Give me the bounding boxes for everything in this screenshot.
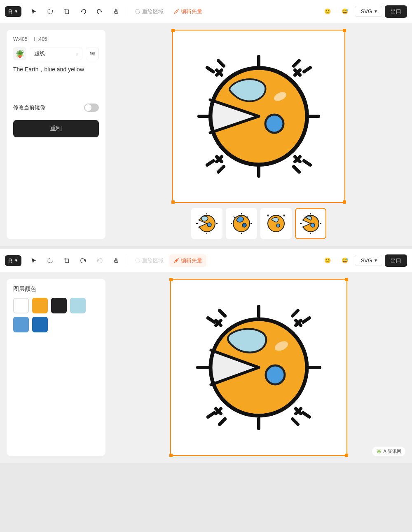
svg-label: .SVG	[359, 8, 372, 14]
prompt-display: The Earth，blue and yellow	[13, 65, 99, 74]
handle-br[interactable]	[343, 200, 346, 204]
dimensions-row: W:405 H:405	[13, 36, 99, 42]
undo-button[interactable]	[76, 6, 91, 17]
handle-bl[interactable]	[171, 200, 175, 204]
lower-handle-tr[interactable]	[345, 278, 348, 281]
logo-button-2[interactable]: R ▼	[5, 255, 21, 266]
logo-icon: R	[8, 8, 12, 15]
edit-vec-button[interactable]: 编辑矢量	[169, 5, 206, 18]
logo-button[interactable]: R ▼	[5, 6, 21, 17]
properties-sidebar: W:405 H:405 🪴 虚线 ›	[7, 30, 105, 239]
svg-line-88	[303, 413, 309, 417]
color-sidebar: 图层颜色	[7, 279, 105, 456]
lower-handle-br[interactable]	[345, 454, 348, 457]
lasso-tool-2[interactable]	[43, 255, 58, 266]
hand-tool-2[interactable]	[109, 255, 124, 266]
toolbar-top: R ▼	[0, 0, 412, 23]
reset-button[interactable]: 重制	[13, 120, 99, 137]
lower-handle-bl[interactable]	[169, 454, 173, 457]
hand-tool[interactable]	[109, 6, 124, 17]
redo-button[interactable]	[92, 6, 107, 17]
svg-dropdown[interactable]: .SVG ▼	[355, 6, 382, 17]
swatch-yellow[interactable]	[32, 298, 48, 313]
edit-vec-button-2[interactable]: 编辑矢量	[169, 254, 206, 267]
svg-point-77	[136, 259, 140, 263]
settings-icon	[89, 51, 95, 56]
svg-line-84	[303, 318, 309, 322]
redo-button-2[interactable]	[92, 255, 107, 266]
svg-line-87	[293, 419, 298, 424]
multi-icon: 😅	[342, 8, 348, 14]
svg-point-78	[176, 260, 177, 261]
select-tool-2[interactable]	[26, 255, 41, 266]
undo-button-2[interactable]	[76, 255, 91, 266]
color-panel-label: 图层颜色	[13, 285, 99, 293]
lower-canvas-area	[112, 279, 405, 456]
arrow-icon-2	[30, 257, 37, 264]
swatch-midblue[interactable]	[13, 317, 29, 332]
svg-point-2	[136, 9, 140, 14]
thumb-2[interactable]	[226, 208, 257, 239]
arrow-icon	[30, 8, 37, 15]
undo-icon-2	[80, 257, 87, 264]
reset-label: 重制	[50, 125, 62, 132]
svg-point-5	[94, 54, 95, 56]
select-tool[interactable]	[26, 6, 41, 17]
top-panel: R ▼	[0, 0, 412, 246]
export-button[interactable]: 出口	[385, 5, 407, 18]
swatch-white[interactable]	[13, 298, 29, 313]
watermark: ✳️ AI资讯网	[372, 447, 405, 456]
svg-dropdown-2[interactable]: .SVG ▼	[355, 255, 382, 266]
svg-point-3	[92, 53, 93, 54]
redraw-icon-2	[135, 258, 140, 264]
toggle-label: 修改当前镜像	[13, 104, 45, 111]
multi-icon-2: 😅	[342, 257, 348, 264]
swatch-lightblue[interactable]	[70, 298, 86, 313]
svg-line-17	[304, 68, 310, 72]
edit-vec-label-2: 编辑矢量	[181, 257, 202, 264]
canvas-frame[interactable]	[172, 30, 345, 203]
svg-line-20	[294, 167, 299, 172]
multi-tool[interactable]: 😅	[337, 6, 352, 17]
separator-2	[127, 256, 127, 266]
style-select[interactable]: 虚线 ›	[30, 47, 82, 60]
crop-tool-2[interactable]	[59, 255, 74, 266]
emoji-tool-2[interactable]: 🙂	[320, 255, 335, 266]
hand-icon-2	[113, 257, 119, 264]
svg-line-21	[304, 161, 310, 165]
svg-point-52	[242, 223, 246, 227]
svg-line-19	[207, 68, 213, 72]
multi-tool-2[interactable]: 😅	[337, 255, 352, 266]
swatch-darkblue[interactable]	[32, 317, 48, 332]
thumb-3[interactable]	[260, 208, 292, 239]
handle-tl[interactable]	[171, 29, 175, 32]
lower-canvas-frame[interactable]	[170, 279, 347, 456]
canvas-area	[112, 30, 405, 239]
lower-handle-tl[interactable]	[169, 278, 173, 281]
svg-line-23	[207, 161, 213, 165]
toolbar-bottom: R ▼	[0, 249, 412, 272]
redraw-label-2: 重绘区域	[142, 257, 164, 264]
lasso-tool[interactable]	[43, 6, 58, 17]
crop-tool[interactable]	[59, 6, 74, 17]
emoji-tool[interactable]: 🙂	[320, 6, 335, 17]
thumb-1[interactable]	[191, 208, 222, 239]
export-button-2[interactable]: 出口	[385, 254, 407, 267]
swatch-black[interactable]	[51, 298, 67, 313]
mirror-toggle[interactable]	[84, 104, 99, 112]
style-chevron: ›	[76, 51, 78, 56]
width-value: W:405	[13, 36, 27, 42]
redraw-button-2[interactable]: 重绘区域	[131, 254, 168, 267]
handle-tr[interactable]	[343, 29, 346, 32]
thumb-4[interactable]	[295, 208, 326, 239]
svg-point-70	[311, 223, 315, 227]
toggle-row: 修改当前镜像	[13, 104, 99, 112]
earth-illustration-2	[189, 297, 329, 438]
svg-point-100	[266, 365, 285, 384]
style-settings-button[interactable]	[86, 47, 99, 60]
redraw-button[interactable]: 重绘区域	[131, 5, 168, 18]
redraw-label: 重绘区域	[142, 8, 164, 15]
lower-panel: R ▼	[0, 249, 412, 463]
svg-label-2: .SVG	[359, 257, 372, 264]
thumbnails-row	[191, 208, 326, 239]
